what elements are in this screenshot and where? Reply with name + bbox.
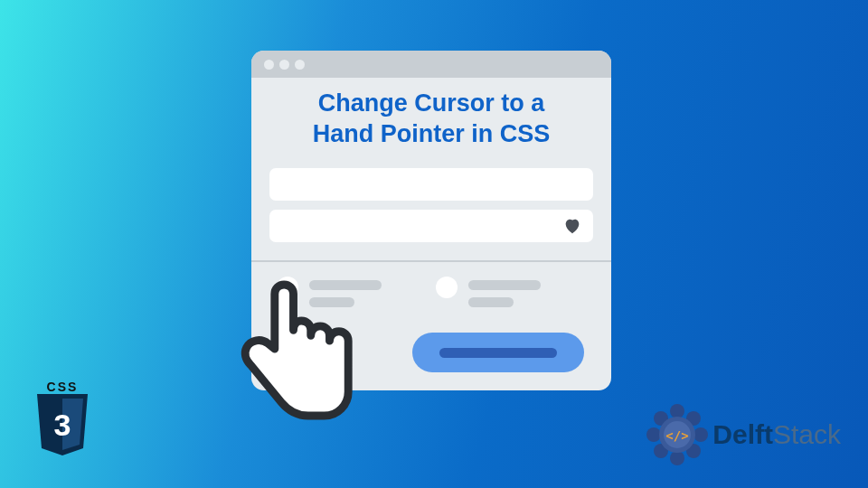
heart-icon [562,216,582,236]
delft-gear-icon: </> [646,403,709,466]
brand-part-1: Delft [712,419,773,449]
title-line-1: Change Cursor to a [318,89,545,117]
css3-shield-icon: 3 [27,394,98,459]
delftstack-logo: </> DelftStack [646,403,841,466]
radio-label-placeholder [468,277,541,307]
brand-part-2: Stack [773,419,841,449]
window-titlebar [251,51,611,78]
button-label-placeholder [439,348,557,358]
radio-button[interactable] [436,277,458,298]
page-title: Change Cursor to a Hand Pointer in CSS [251,78,611,159]
radio-option-2[interactable] [436,277,541,307]
text-input-1[interactable] [269,168,593,201]
hand-pointer-icon [228,271,362,432]
brand-name: DelftStack [712,419,841,450]
css-badge-number: 3 [54,408,71,442]
svg-point-4 [670,451,684,465]
text-input-2[interactable] [269,210,593,242]
window-dot [264,60,274,70]
svg-point-0 [670,404,684,418]
title-line-2: Hand Pointer in CSS [313,120,551,147]
svg-point-6 [646,427,661,442]
submit-button[interactable] [412,333,584,372]
svg-point-2 [693,427,708,442]
window-dot [279,60,289,70]
css3-badge: CSS 3 [27,380,98,463]
svg-text:</>: </> [666,428,689,443]
css-badge-label: CSS [27,380,98,394]
window-dot [295,60,305,70]
